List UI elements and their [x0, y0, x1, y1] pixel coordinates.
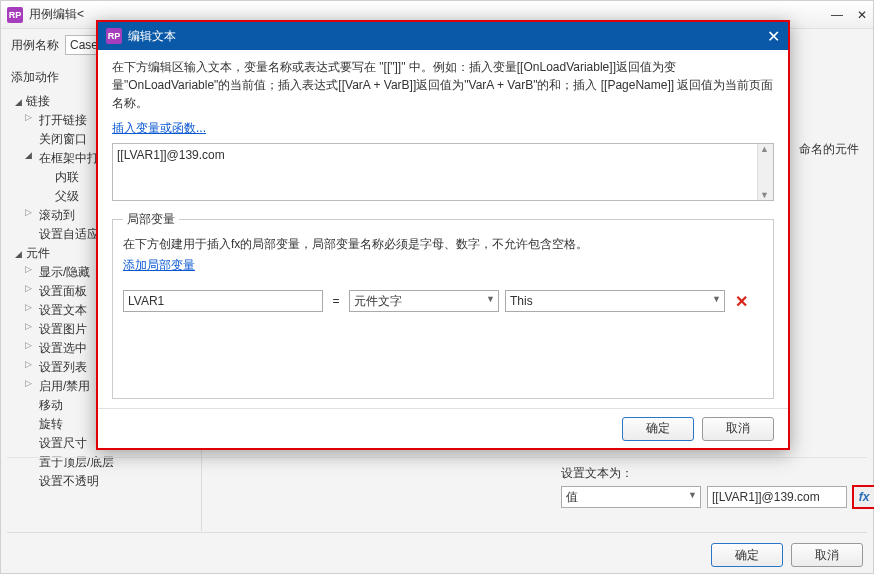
- variable-source-dropdown[interactable]: [349, 290, 499, 312]
- app-icon: RP: [7, 7, 23, 23]
- delete-variable-icon[interactable]: ✕: [735, 292, 748, 311]
- scrollbar[interactable]: [757, 144, 773, 200]
- variable-target-dropdown[interactable]: [505, 290, 725, 312]
- dialog-ok-button[interactable]: 确定: [622, 417, 694, 441]
- add-local-variable-link[interactable]: 添加局部变量: [123, 257, 195, 274]
- local-variables-desc: 在下方创建用于插入fx的局部变量，局部变量名称必须是字母、数字，不允许包含空格。: [123, 236, 763, 253]
- equals-label: =: [329, 294, 343, 308]
- app-icon: RP: [106, 28, 122, 44]
- named-widget-label: 命名的元件: [799, 141, 859, 158]
- edit-text-dialog: RP 编辑文本 ✕ 在下方编辑区输入文本，变量名称或表达式要写在 "[["]]"…: [96, 20, 790, 450]
- close-icon[interactable]: ✕: [767, 27, 780, 46]
- expression-textarea-wrap: [[LVAR1]]@139.com: [112, 143, 774, 201]
- local-variables-fieldset: 局部变量 在下方创建用于插入fx的局部变量，局部变量名称必须是字母、数字，不允许…: [112, 211, 774, 399]
- dialog-title: 编辑文本: [128, 28, 176, 45]
- local-variables-legend: 局部变量: [123, 211, 179, 228]
- set-text-value-input[interactable]: [707, 486, 847, 508]
- minimize-icon[interactable]: —: [831, 8, 843, 22]
- expression-textarea[interactable]: [[LVAR1]]@139.com: [113, 144, 757, 200]
- variable-name-input[interactable]: [123, 290, 323, 312]
- close-icon[interactable]: ✕: [857, 8, 867, 22]
- tree-item[interactable]: 设置不透明: [11, 472, 195, 491]
- set-text-section: 设置文本为： fx: [561, 465, 874, 508]
- insert-variable-link[interactable]: 插入变量或函数...: [112, 120, 206, 137]
- ok-button[interactable]: 确定: [711, 543, 783, 567]
- dialog-titlebar: RP 编辑文本 ✕: [98, 22, 788, 50]
- tree-item[interactable]: 置于顶层/底层: [11, 453, 195, 472]
- window-title: 用例编辑<: [29, 6, 84, 23]
- set-text-label: 设置文本为：: [561, 465, 874, 482]
- dialog-description: 在下方编辑区输入文本，变量名称或表达式要写在 "[["]]" 中。例如：插入变量…: [112, 58, 774, 112]
- local-variable-row: = ✕: [123, 290, 763, 312]
- set-text-mode-dropdown[interactable]: [561, 486, 701, 508]
- dialog-cancel-button[interactable]: 取消: [702, 417, 774, 441]
- fx-button[interactable]: fx: [853, 486, 874, 508]
- cancel-button[interactable]: 取消: [791, 543, 863, 567]
- case-name-label: 用例名称: [11, 37, 59, 54]
- footer-divider: [7, 532, 867, 533]
